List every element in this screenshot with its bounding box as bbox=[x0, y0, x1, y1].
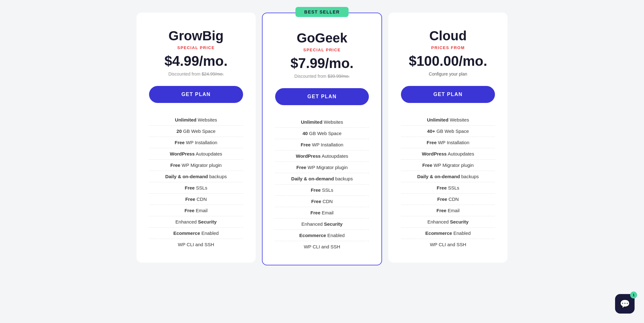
feature-item: Free CDN bbox=[149, 194, 243, 205]
feature-bold: Free bbox=[436, 208, 447, 213]
feature-normal: Enhanced bbox=[175, 219, 198, 224]
feature-bold: 20 bbox=[176, 128, 182, 134]
feature-item: Free Email bbox=[149, 205, 243, 216]
feature-bold: Unlimited bbox=[301, 119, 322, 125]
feature-bold: Free bbox=[170, 162, 180, 168]
feature-normal: Autoupdates bbox=[447, 151, 474, 156]
get-plan-button-cloud[interactable]: GET PLAN bbox=[401, 86, 495, 103]
feature-item: WordPress Autoupdates bbox=[149, 148, 243, 160]
feature-item: Unlimited Websites bbox=[149, 114, 243, 126]
feature-item: WP CLI and SSH bbox=[401, 239, 495, 250]
feature-bold: Ecommerce bbox=[173, 230, 200, 236]
feature-normal: Enabled bbox=[200, 230, 219, 236]
feature-normal: Websites bbox=[197, 117, 217, 122]
pricing-card-growbig: GrowBigSPECIAL PRICE$4.99/mo.Discounted … bbox=[136, 13, 256, 263]
feature-bold: WordPress bbox=[170, 151, 195, 156]
feature-item: 20 GB Web Space bbox=[149, 126, 243, 137]
feature-item: Free WP Migrator plugin bbox=[149, 160, 243, 171]
chat-widget[interactable]: 💬 1 bbox=[615, 294, 635, 314]
feature-bold: Free bbox=[437, 196, 447, 202]
feature-item: Free Email bbox=[401, 205, 495, 216]
feature-normal: GB Web Space bbox=[435, 128, 469, 134]
plan-name-growbig: GrowBig bbox=[149, 28, 243, 43]
feature-normal: CDN bbox=[321, 199, 333, 204]
feature-bold: Free bbox=[427, 140, 437, 145]
feature-normal: Enabled bbox=[326, 233, 345, 238]
feature-normal: backups bbox=[208, 174, 227, 179]
feature-item: Free WP Migrator plugin bbox=[401, 160, 495, 171]
feature-normal: WP CLI and SSH bbox=[178, 242, 214, 247]
feature-item: Free CDN bbox=[275, 196, 369, 207]
feature-normal: WP Installation bbox=[311, 142, 343, 147]
chat-button[interactable]: 💬 1 bbox=[615, 294, 635, 314]
pricing-card-cloud: CloudPRICES FROM$100.00/mo.Configure you… bbox=[388, 13, 508, 263]
feature-bold: Daily & on-demand bbox=[165, 174, 208, 179]
feature-normal: CDN bbox=[447, 196, 459, 202]
feature-normal: WP Migrator plugin bbox=[180, 162, 221, 168]
feature-item: Free WP Installation bbox=[149, 137, 243, 148]
feature-bold: Free bbox=[311, 187, 321, 193]
feature-item: WordPress Autoupdates bbox=[401, 148, 495, 160]
feature-item: Free CDN bbox=[401, 194, 495, 205]
feature-item: Free Email bbox=[275, 207, 369, 218]
feature-bold: Daily & on-demand bbox=[417, 174, 460, 179]
feature-bold: Free bbox=[437, 185, 447, 190]
feature-item: 40+ GB Web Space bbox=[401, 126, 495, 137]
feature-normal: Email bbox=[320, 210, 334, 215]
chat-icon: 💬 bbox=[620, 299, 630, 309]
feature-normal: WP Migrator plugin bbox=[306, 165, 347, 170]
chat-badge: 1 bbox=[630, 292, 637, 298]
features-list-cloud: Unlimited Websites40+ GB Web SpaceFree W… bbox=[401, 114, 495, 250]
feature-normal: Email bbox=[194, 208, 208, 213]
get-plan-button-growbig[interactable]: GET PLAN bbox=[149, 86, 243, 103]
feature-bold: Free bbox=[175, 140, 185, 145]
feature-item: Enhanced Security bbox=[275, 218, 369, 230]
feature-normal: Enhanced bbox=[427, 219, 450, 224]
feature-bold2: Security bbox=[450, 219, 469, 224]
price-label-cloud: PRICES FROM bbox=[401, 45, 495, 50]
feature-item: Enhanced Security bbox=[149, 216, 243, 228]
feature-normal: GB Web Space bbox=[308, 131, 341, 136]
feature-item: WP CLI and SSH bbox=[149, 239, 243, 250]
plan-name-cloud: Cloud bbox=[401, 28, 495, 43]
best-seller-badge: BEST SELLER bbox=[296, 7, 349, 17]
feature-item: Free SSLs bbox=[275, 184, 369, 196]
feature-item: Unlimited Websites bbox=[275, 116, 369, 128]
pricing-card-gogeek: BEST SELLERGoGeekSPECIAL PRICE$7.99/mo.D… bbox=[262, 13, 382, 265]
price-label-growbig: SPECIAL PRICE bbox=[149, 45, 243, 50]
feature-normal: backups bbox=[334, 176, 353, 181]
get-plan-button-gogeek[interactable]: GET PLAN bbox=[275, 88, 369, 105]
feature-normal: WP Installation bbox=[185, 140, 217, 145]
feature-bold: WordPress bbox=[296, 153, 321, 159]
feature-item: Free WP Migrator plugin bbox=[275, 162, 369, 173]
feature-normal: Enabled bbox=[452, 230, 471, 236]
feature-normal: Autoupdates bbox=[321, 153, 348, 159]
feature-item: 40 GB Web Space bbox=[275, 128, 369, 139]
feature-normal: GB Web Space bbox=[182, 128, 215, 134]
feature-bold2: Security bbox=[324, 221, 342, 227]
feature-item: Daily & on-demand backups bbox=[149, 171, 243, 182]
feature-bold: Daily & on-demand bbox=[291, 176, 334, 181]
feature-normal: Websites bbox=[448, 117, 469, 122]
feature-normal: WP CLI and SSH bbox=[430, 242, 466, 247]
feature-bold: Unlimited bbox=[427, 117, 448, 122]
feature-item: Daily & on-demand backups bbox=[275, 173, 369, 184]
feature-bold: 40+ bbox=[427, 128, 435, 134]
feature-item: WP CLI and SSH bbox=[275, 241, 369, 252]
feature-item: Free SSLs bbox=[401, 182, 495, 194]
feature-item: Ecommerce Enabled bbox=[275, 230, 369, 241]
feature-item: Daily & on-demand backups bbox=[401, 171, 495, 182]
plan-price-cloud: $100.00/mo. bbox=[401, 53, 495, 69]
feature-normal: backups bbox=[460, 174, 479, 179]
price-label-gogeek: SPECIAL PRICE bbox=[275, 48, 369, 52]
feature-item: WordPress Autoupdates bbox=[275, 150, 369, 162]
feature-normal: Email bbox=[447, 208, 460, 213]
feature-bold: Free bbox=[311, 199, 321, 204]
plan-price-gogeek: $7.99/mo. bbox=[275, 55, 369, 71]
feature-normal: Enhanced bbox=[302, 221, 324, 227]
feature-item: Ecommerce Enabled bbox=[149, 228, 243, 239]
feature-bold2: Security bbox=[198, 219, 217, 224]
feature-bold: Ecommerce bbox=[299, 233, 326, 238]
plan-price-growbig: $4.99/mo. bbox=[149, 53, 243, 69]
feature-bold: Free bbox=[185, 185, 195, 190]
